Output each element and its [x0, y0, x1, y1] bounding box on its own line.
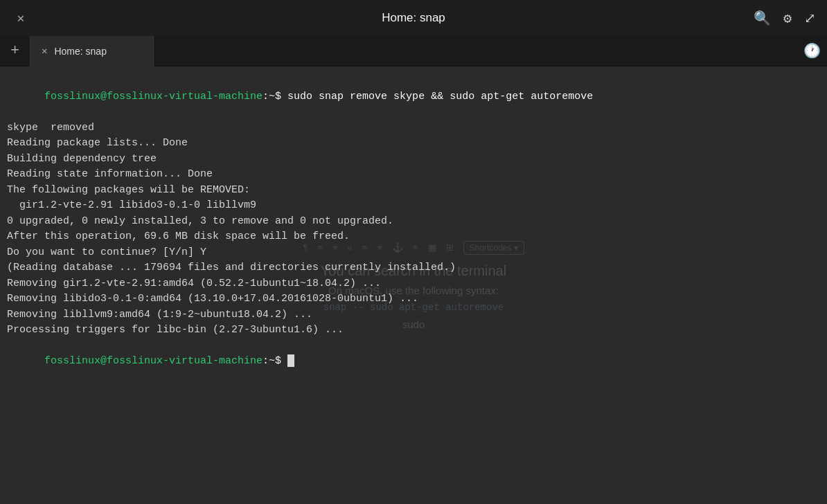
add-tab-button[interactable]: + [0, 36, 30, 66]
terminal-line-7: After this operation, 69.6 MB disk space… [7, 229, 820, 245]
terminal-line-8: Do you want to continue? [Y/n] Y [7, 245, 820, 261]
close-icon: ✕ [17, 10, 25, 26]
tab-close-icon[interactable]: ✕ [42, 45, 47, 57]
add-tab-icon: + [10, 42, 19, 60]
command-text: sudo snap remove skype && sudo apt-get a… [281, 91, 593, 102]
terminal-line-10: Removing gir1.2-vte-2.91:amd64 (0.52.2-1… [7, 276, 820, 292]
terminal-area[interactable]: ¶≡≡«≡≡ ⚓≡▦⊞ Shortcodes ▾ You can search … [0, 66, 827, 504]
terminal-line-6: 0 upgraded, 0 newly installed, 3 to remo… [7, 214, 820, 230]
cursor [287, 354, 294, 367]
history-icon: 🕐 [803, 42, 821, 60]
close-button[interactable]: ✕ [11, 8, 30, 28]
window-title: Home: snap [382, 11, 445, 25]
expand-icon[interactable]: ⤢ [804, 10, 816, 27]
settings-icon[interactable]: ⚙ [783, 10, 792, 27]
terminal-final-prompt: fosslinux@fosslinux-virtual-machine:~$ [7, 339, 820, 386]
terminal-line-12: Removing libllvm9:amd64 (1:9-2~ubuntu18.… [7, 307, 820, 323]
titlebar-actions: 🔍 ⚙ ⤢ [754, 10, 816, 27]
final-prompt-at: :~$ [263, 355, 281, 367]
terminal-line-9: (Reading database ... 179694 files and d… [7, 260, 820, 276]
tab-label: Home: snap [54, 46, 106, 57]
terminal-line-13: Processing triggers for libc-bin (2.27-3… [7, 323, 820, 339]
titlebar-left: ✕ [11, 8, 30, 28]
final-prompt-user: fosslinux@fosslinux-virtual-machine [44, 355, 263, 367]
terminal-line-0: skype removed [7, 120, 820, 136]
terminal-line-prompt: fosslinux@fosslinux-virtual-machine:~$ s… [7, 73, 820, 120]
search-icon[interactable]: 🔍 [754, 10, 771, 27]
terminal-line-1: Reading package lists... Done [7, 136, 820, 152]
terminal-line-3: Reading state information... Done [7, 167, 820, 183]
titlebar: ✕ Home: snap 🔍 ⚙ ⤢ [0, 0, 827, 36]
terminal-line-11: Removing libido3-0.1-0:amd64 (13.10.0+17… [7, 291, 820, 307]
prompt-at: :~$ [263, 91, 281, 102]
terminal-output: fosslinux@fosslinux-virtual-machine:~$ s… [7, 73, 820, 385]
terminal-line-2: Building dependency tree [7, 152, 820, 168]
prompt-user: fosslinux@fosslinux-virtual-machine [44, 91, 263, 102]
terminal-line-4: The following packages will be REMOVED: [7, 183, 820, 199]
tab-home-snap[interactable]: ✕ Home: snap [30, 36, 155, 66]
prompt-space [281, 355, 287, 367]
terminal-line-5: gir1.2-vte-2.91 libido3-0.1-0 libllvm9 [7, 198, 820, 214]
tabbar: + ✕ Home: snap 🕐 [0, 36, 827, 66]
tab-history-button[interactable]: 🕐 [797, 36, 827, 66]
